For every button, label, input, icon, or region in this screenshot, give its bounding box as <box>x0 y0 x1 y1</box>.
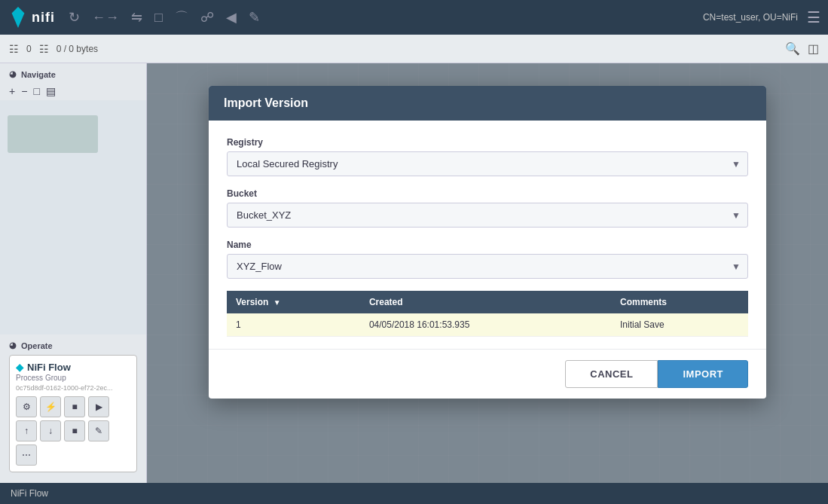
search-icon[interactable]: 🔍 <box>785 41 800 56</box>
list-icon[interactable]: ☷ <box>39 43 49 55</box>
modal-overlay: Import Version Registry Local Secured Re… <box>147 63 828 483</box>
layout-icon[interactable]: ▤ <box>46 85 56 97</box>
main-area: ◕ Navigate + − □ ▤ ◕ Operate ◆ NiFi Flow… <box>0 63 828 483</box>
bucket-select[interactable]: Bucket_XYZ <box>227 203 748 228</box>
zoom-in-icon[interactable]: + <box>9 85 15 97</box>
pg-download-button[interactable]: ↓ <box>40 420 61 441</box>
name-label: Name <box>227 240 748 250</box>
status-label: NiFi Flow <box>11 488 48 499</box>
process-group-name: ◆ NiFi Flow <box>16 362 130 373</box>
modal-footer: CANCEL IMPORT <box>209 349 766 399</box>
pg-config-button[interactable]: ⚙ <box>16 396 37 417</box>
logo-drop-icon <box>8 7 29 28</box>
toolbar-funnel-icon[interactable]: ◀ <box>226 9 237 26</box>
toolbar-copy-icon[interactable]: ⇋ <box>131 9 142 26</box>
toolbar-group-icon[interactable]: □ <box>154 10 163 26</box>
operate-section: ◕ Operate ◆ NiFi Flow Process Group 0c75… <box>0 334 146 483</box>
navigate-section: ◕ Navigate <box>0 63 146 82</box>
user-info: CN=test_user, OU=NiFi ☰ <box>703 8 820 26</box>
canvas-preview-block <box>8 115 98 153</box>
process-group-card: ◆ NiFi Flow Process Group 0c75d8df-0162-… <box>9 355 137 472</box>
grid-icon[interactable]: ☷ <box>9 43 19 55</box>
toolbar-expand-icon[interactable]: ⌒ <box>175 8 188 26</box>
name-field: Name XYZ_Flow ▼ <box>227 240 748 279</box>
col-comments-header[interactable]: Comments <box>611 291 748 313</box>
pg-upload-button[interactable]: ↑ <box>16 420 37 441</box>
logo: nifi <box>8 7 55 28</box>
operate-header: ◕ Operate <box>9 341 137 350</box>
toolbar-connect-icon[interactable]: ☍ <box>200 9 214 26</box>
created-cell: 04/05/2018 16:01:53.935 <box>360 313 611 337</box>
import-version-modal: Import Version Registry Local Secured Re… <box>209 86 766 399</box>
toolbar-pen-icon[interactable]: ✎ <box>249 9 260 26</box>
navigate-icon: ◕ <box>9 69 17 79</box>
sub-toolbar: 🔍 ◫ <box>785 41 819 56</box>
registry-select-wrap: Local Secured Registry ▼ <box>227 151 748 176</box>
name-select-wrap: XYZ_Flow ▼ <box>227 254 748 279</box>
cancel-button[interactable]: CANCEL <box>565 360 658 388</box>
hamburger-menu-icon[interactable]: ☰ <box>807 8 820 26</box>
canvas[interactable]: Import Version Registry Local Secured Re… <box>147 63 828 483</box>
user-info-text: CN=test_user, OU=NiFi <box>703 12 798 23</box>
logo-text: nifi <box>32 10 55 26</box>
toolbar-upload-icon[interactable]: ←→ <box>92 10 119 26</box>
toolbar-icons: ↻ ←→ ⇋ □ ⌒ ☍ ◀ ✎ <box>69 8 689 26</box>
modal-header: Import Version <box>209 86 766 121</box>
col-created-header[interactable]: Created <box>360 291 611 313</box>
col-version-header[interactable]: Version ▼ <box>227 291 360 313</box>
registry-field: Registry Local Secured Registry ▼ <box>227 137 748 176</box>
table-row[interactable]: 1 04/05/2018 16:01:53.935 Initial Save <box>227 313 748 337</box>
process-group-type: Process Group <box>16 374 130 382</box>
sidebar: ◕ Navigate + − □ ▤ ◕ Operate ◆ NiFi Flow… <box>0 63 147 483</box>
pg-enable-button[interactable]: ⚡ <box>40 396 61 417</box>
pg-drop-icon: ◆ <box>16 362 23 373</box>
bytes-count: 0 / 0 bytes <box>57 44 98 54</box>
bucket-field: Bucket Bucket_XYZ ▼ <box>227 188 748 228</box>
sort-icon: ▼ <box>273 298 281 307</box>
pg-more-button[interactable]: ⋯ <box>16 444 37 466</box>
operate-label: Operate <box>21 341 53 350</box>
process-group-actions: ⚙ ⚡ ■ ▶ ↑ ↓ ■ ✎ ⋯ <box>16 396 130 466</box>
pg-start-button[interactable]: ▶ <box>88 396 109 417</box>
bucket-label: Bucket <box>227 188 748 199</box>
modal-body: Registry Local Secured Registry ▼ Bucket <box>209 121 766 349</box>
toolbar-save-icon[interactable]: ↻ <box>69 9 80 26</box>
operate-icon: ◕ <box>9 341 17 350</box>
mini-canvas <box>0 100 146 334</box>
registry-select[interactable]: Local Secured Registry <box>227 151 748 176</box>
notifications-icon[interactable]: ◫ <box>808 41 819 56</box>
fit-icon[interactable]: □ <box>33 85 39 97</box>
version-table: Version ▼ Created Comments <box>227 291 748 337</box>
pg-template-button[interactable]: ■ <box>64 420 85 441</box>
top-bar: nifi ↻ ←→ ⇋ □ ⌒ ☍ ◀ ✎ CN=test_user, OU=N… <box>0 0 828 35</box>
navigate-label: Navigate <box>21 70 56 79</box>
import-button[interactable]: IMPORT <box>658 360 748 388</box>
process-group-id: 0c75d8df-0162-1000-ef72-2ec... <box>16 384 130 392</box>
pg-disable-button[interactable]: ■ <box>64 396 85 417</box>
name-select[interactable]: XYZ_Flow <box>227 254 748 279</box>
version-cell: 1 <box>227 313 360 337</box>
status-bar: NiFi Flow <box>0 483 828 504</box>
bucket-select-wrap: Bucket_XYZ ▼ <box>227 203 748 228</box>
registry-label: Registry <box>227 137 748 148</box>
component-count: 0 <box>26 44 32 54</box>
modal-title: Import Version <box>224 96 308 109</box>
comments-cell: Initial Save <box>611 313 748 337</box>
sub-bar: ☷ 0 ☷ 0 / 0 bytes 🔍 ◫ <box>0 35 828 63</box>
canvas-nav-icons: + − □ ▤ <box>0 82 146 100</box>
pg-edit-button[interactable]: ✎ <box>88 420 109 441</box>
zoom-out-icon[interactable]: − <box>21 85 27 97</box>
